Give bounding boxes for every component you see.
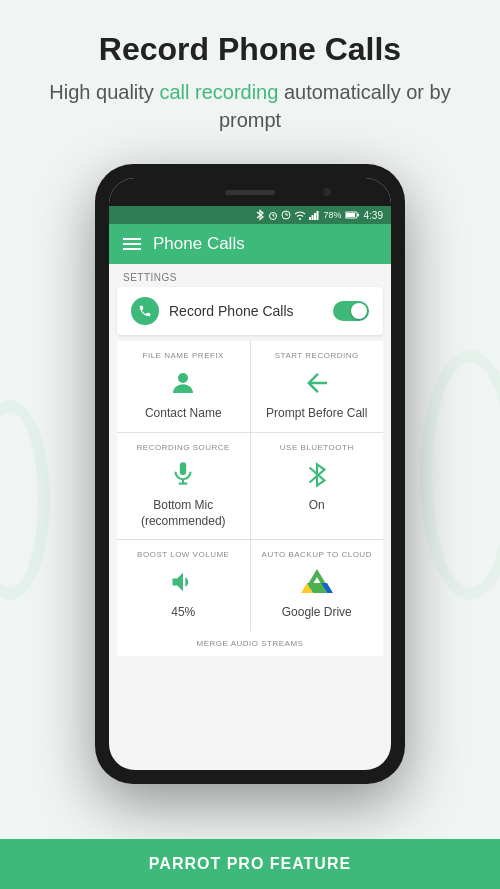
boost-volume-label: BOOST LOW VOLUME (137, 550, 229, 559)
grid-cell-bluetooth[interactable]: USE BLUETOOTH On (251, 433, 384, 539)
svg-rect-12 (346, 213, 355, 217)
phone-device: 78% 4:39 Phone Calls SETTINGS (95, 164, 405, 784)
clock-icon (281, 210, 291, 220)
phone-top-bar (109, 178, 391, 206)
main-title: Record Phone Calls (20, 30, 480, 68)
file-name-label: FILE NAME PREFIX (143, 351, 224, 360)
alarm-icon (268, 210, 278, 220)
subtitle-plain: High quality (49, 81, 159, 103)
settings-grid: FILE NAME PREFIX Contact Name START RECO… (117, 341, 383, 630)
bottom-banner: PARROT PRO FEATURE (0, 839, 500, 889)
phone-screen: 78% 4:39 Phone Calls SETTINGS (109, 178, 391, 770)
app-bar: Phone Calls (109, 224, 391, 264)
svg-rect-8 (311, 215, 313, 220)
drive-icon (299, 564, 335, 600)
svg-point-14 (178, 373, 188, 383)
volume-icon (165, 564, 201, 600)
file-name-value: Contact Name (145, 406, 222, 422)
status-bar: 78% 4:39 (109, 206, 391, 224)
svg-rect-10 (316, 211, 318, 220)
svg-rect-7 (309, 217, 311, 220)
record-toggle-switch[interactable] (333, 301, 369, 321)
merge-audio-label: MERGE AUDIO STREAMS (131, 639, 369, 648)
svg-point-6 (299, 218, 301, 220)
person-icon (165, 365, 201, 401)
bluetooth-value: On (309, 498, 325, 514)
grid-cell-start-recording[interactable]: START RECORDING Prompt Before Call (251, 341, 384, 432)
camera (323, 188, 331, 196)
bluetooth-status-icon (255, 209, 265, 221)
grid-cell-backup[interactable]: AUTO BACKUP TO CLOUD Google Drive (251, 540, 384, 631)
record-toggle-row[interactable]: Record Phone Calls (117, 287, 383, 335)
mic-icon (165, 457, 201, 493)
speaker (225, 190, 275, 195)
time-display: 4:39 (364, 210, 383, 221)
svg-rect-9 (314, 213, 316, 220)
record-toggle-label: Record Phone Calls (169, 303, 294, 319)
status-icons: 78% 4:39 (255, 209, 383, 221)
grid-cell-boost-volume[interactable]: BOOST LOW VOLUME 45% (117, 540, 250, 631)
arrow-back-icon (299, 365, 335, 401)
battery-percent: 78% (324, 210, 342, 220)
wifi-icon (294, 210, 306, 220)
record-row-left: Record Phone Calls (131, 297, 294, 325)
grid-cell-file-name[interactable]: FILE NAME PREFIX Contact Name (117, 341, 250, 432)
boost-volume-value: 45% (171, 605, 195, 621)
app-bar-title: Phone Calls (153, 234, 245, 254)
svg-rect-13 (357, 214, 359, 217)
settings-section-label: SETTINGS (109, 264, 391, 287)
top-section: Record Phone Calls High quality call rec… (0, 0, 500, 154)
banner-text: PARROT PRO FEATURE (149, 855, 351, 873)
hamburger-menu[interactable] (123, 238, 141, 250)
recording-source-value: Bottom Mic(recommended) (141, 498, 226, 529)
grid-cell-recording-source[interactable]: RECORDING SOURCE Bottom Mic(recommended) (117, 433, 250, 539)
battery-icon (345, 211, 359, 219)
phone-icon (138, 304, 152, 318)
subtitle: High quality call recording automaticall… (20, 78, 480, 134)
svg-rect-15 (180, 462, 186, 475)
signal-icon (309, 210, 321, 220)
recording-source-label: RECORDING SOURCE (137, 443, 230, 452)
phone-icon-circle (131, 297, 159, 325)
merge-audio-row[interactable]: MERGE AUDIO STREAMS (117, 631, 383, 656)
bluetooth-icon (299, 457, 335, 493)
backup-label: AUTO BACKUP TO CLOUD (262, 550, 372, 559)
backup-value: Google Drive (282, 605, 352, 621)
bluetooth-label: USE BLUETOOTH (280, 443, 354, 452)
subtitle-highlight: call recording (159, 81, 278, 103)
start-recording-value: Prompt Before Call (266, 406, 367, 422)
start-recording-label: START RECORDING (275, 351, 359, 360)
